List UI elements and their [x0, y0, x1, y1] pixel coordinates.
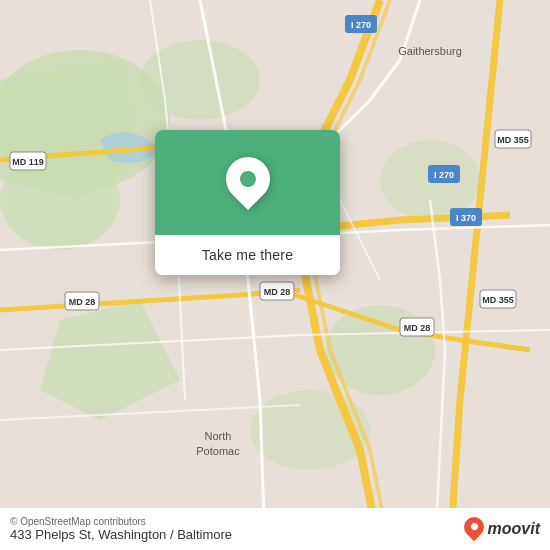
svg-text:MD 355: MD 355: [497, 135, 529, 145]
svg-text:North: North: [205, 430, 232, 442]
footer-left: © OpenStreetMap contributors 433 Phelps …: [10, 516, 232, 542]
svg-text:MD 28: MD 28: [69, 297, 96, 307]
osm-credit: © OpenStreetMap contributors: [10, 516, 232, 527]
location-pin-icon: [226, 157, 270, 209]
svg-text:I 270: I 270: [351, 20, 371, 30]
take-me-there-button[interactable]: Take me there: [155, 235, 340, 275]
moovit-logo: moovit: [464, 517, 540, 541]
svg-text:MD 28: MD 28: [264, 287, 291, 297]
footer: © OpenStreetMap contributors 433 Phelps …: [0, 508, 550, 550]
moovit-pin-icon: [464, 517, 484, 541]
svg-text:Potomac: Potomac: [196, 445, 240, 457]
svg-text:MD 28: MD 28: [404, 323, 431, 333]
svg-text:I 370: I 370: [456, 213, 476, 223]
svg-text:Gaithersburg: Gaithersburg: [398, 45, 462, 57]
map-container: I 270 I 270 I 370 MD 355 MD 355 MD 119 M…: [0, 0, 550, 550]
svg-text:I 270: I 270: [434, 170, 454, 180]
moovit-brand-text: moovit: [488, 520, 540, 538]
card-map-area: [155, 130, 340, 235]
address-text: 433 Phelps St, Washington / Baltimore: [10, 527, 232, 542]
map-background: I 270 I 270 I 370 MD 355 MD 355 MD 119 M…: [0, 0, 550, 550]
svg-text:MD 119: MD 119: [12, 157, 44, 167]
location-card: Take me there: [155, 130, 340, 275]
svg-text:MD 355: MD 355: [482, 295, 514, 305]
